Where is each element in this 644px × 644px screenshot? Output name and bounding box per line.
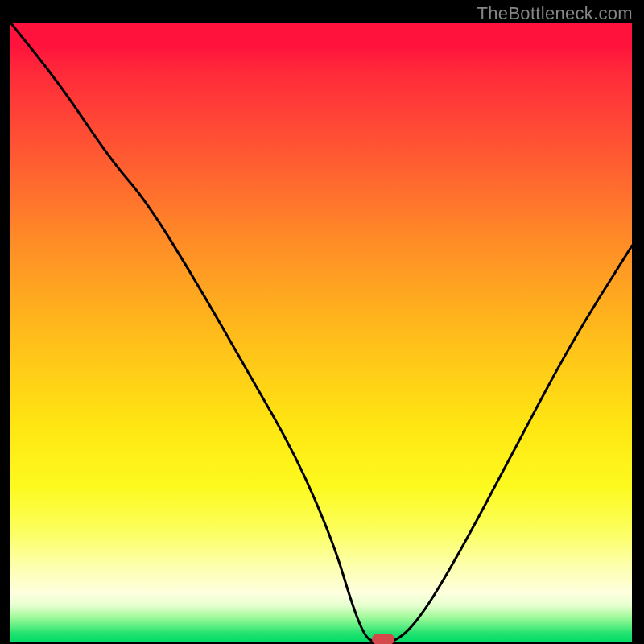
watermark-text: TheBottleneck.com xyxy=(477,3,633,24)
chart-plot-area xyxy=(10,23,632,642)
bottleneck-curve-path xyxy=(10,23,632,642)
chart-frame xyxy=(10,23,632,642)
chart-curve-svg xyxy=(10,23,632,642)
optimal-point-marker xyxy=(372,634,394,644)
